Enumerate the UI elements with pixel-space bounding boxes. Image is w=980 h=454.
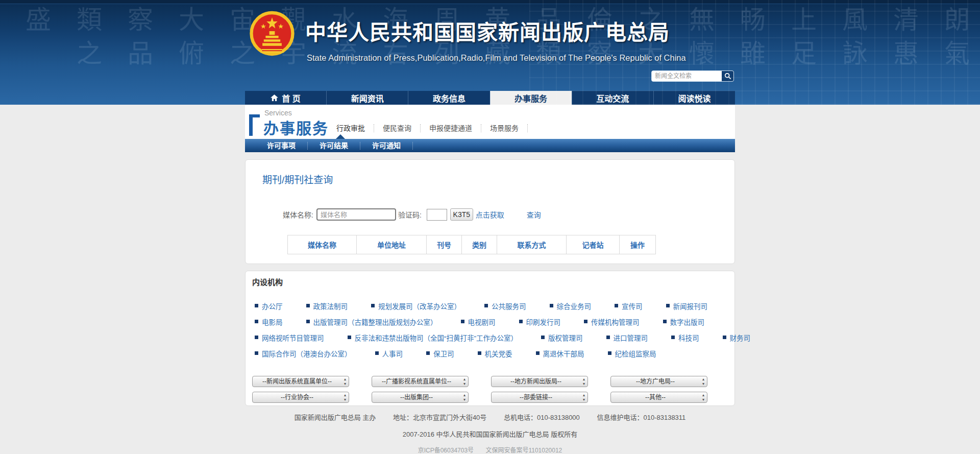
dept-link-label: 数字出版司 <box>670 317 705 327</box>
bullet-icon <box>306 304 310 307</box>
home-icon <box>271 94 278 102</box>
select-wrap: --其他-- <box>610 392 707 403</box>
captcha-code-image[interactable]: K3T5 <box>450 208 473 221</box>
select-wrap: --广播影视系统直属单位-- <box>372 376 469 387</box>
bullet-icon <box>519 320 523 323</box>
dept-link[interactable]: 数字出版司 <box>663 317 705 327</box>
dept-link[interactable]: 科技司 <box>671 332 699 343</box>
dept-link-label: 办公厅 <box>262 301 283 311</box>
dept-link-label: 印刷发行司 <box>526 317 561 327</box>
service-tab-declaration-channel[interactable]: 申报便捷通道 <box>421 124 481 132</box>
search-icon <box>724 73 731 80</box>
nav-item-home[interactable]: 首 页 <box>245 91 326 105</box>
media-name-label: 媒体名称: <box>283 209 313 220</box>
captcha-refresh-link[interactable]: 点击获取 <box>476 209 504 220</box>
dept-link[interactable]: 版权管理司 <box>541 332 583 343</box>
select-publishing-groups[interactable]: --出版集团-- <box>372 392 469 403</box>
dept-link[interactable]: 人事司 <box>375 348 403 359</box>
select-ministry-links[interactable]: --部委链接-- <box>491 392 588 403</box>
journal-query-panel: 期刊/期刊社查询 媒体名称: 验证码: K3T5 点击获取 查询 媒体名称 单位… <box>245 159 735 264</box>
dept-link[interactable]: 印刷发行司 <box>519 317 561 327</box>
services-title: 办事服务 <box>263 116 329 138</box>
service-tab-convenient-query[interactable]: 便民查询 <box>374 124 421 132</box>
query-submit-link[interactable]: 查询 <box>527 209 541 220</box>
departments-panel: 内设机构 办公厅 政策法制司 规划发展司（改革办公室） 公共服务司 综合业务司 … <box>245 271 735 406</box>
nav-item-label: 新闻资讯 <box>351 92 384 104</box>
th-issue-number: 刊号 <box>427 235 462 254</box>
nav-item-label: 办事服务 <box>514 92 547 104</box>
dept-link[interactable]: 办公厅 <box>255 301 283 311</box>
service-tab-scene-service[interactable]: 场景服务 <box>481 124 528 132</box>
dept-link[interactable]: 宣传司 <box>615 301 643 311</box>
nav-item-news[interactable]: 新闻资讯 <box>326 91 408 105</box>
footer-security-record: 文保网安备案号1101020012 <box>485 447 562 454</box>
bullet-icon <box>666 304 670 307</box>
nav-item-label: 阅读悦读 <box>678 92 710 104</box>
dept-link[interactable]: 财务司 <box>723 332 751 343</box>
footer-records-line: 京ICP备06034703号 文保网安备案号1101020012 <box>0 445 980 454</box>
search-button[interactable] <box>722 71 733 81</box>
bullet-icon <box>484 304 488 307</box>
nav-item-label: 政务信息 <box>433 92 465 104</box>
dept-link[interactable]: 网络视听节目管理司 <box>255 332 324 343</box>
dept-link[interactable]: 电视剧司 <box>461 317 496 327</box>
permit-items-link[interactable]: 许可事项 <box>255 142 308 150</box>
select-wrap: --行业协会-- <box>252 392 349 403</box>
nav-item-gov-info[interactable]: 政务信息 <box>408 91 489 105</box>
dept-link[interactable]: 反非法和违禁出版物司（全国“扫黄打非”工作办公室） <box>348 332 518 343</box>
departments-links: 办公厅 政策法制司 规划发展司（改革办公室） 公共服务司 综合业务司 宣传司 新… <box>255 298 774 361</box>
select-local-radio-bureaus[interactable]: --地方广电局-- <box>610 376 707 387</box>
dept-link[interactable]: 公共服务司 <box>484 301 526 311</box>
permit-notices-link[interactable]: 许可通知 <box>360 142 413 150</box>
dept-link[interactable]: 新闻报刊司 <box>666 301 708 311</box>
dept-link[interactable]: 国际合作司（港澳台办公室） <box>255 348 352 359</box>
nav-item-reading[interactable]: 阅读悦读 <box>653 91 735 105</box>
dept-link-label: 公共服务司 <box>492 301 526 311</box>
bullet-icon <box>348 336 351 339</box>
nav-item-services[interactable]: 办事服务 <box>490 91 572 105</box>
th-operation: 操作 <box>620 235 656 254</box>
dept-link[interactable]: 传媒机构管理司 <box>584 317 640 327</box>
captcha-input[interactable] <box>427 209 447 221</box>
media-name-input[interactable] <box>316 208 396 221</box>
bullet-icon <box>584 320 587 323</box>
dept-link[interactable]: 进口管理司 <box>606 332 648 343</box>
dept-link-label: 政策法制司 <box>313 301 348 311</box>
nav-item-label: 首 页 <box>282 92 300 104</box>
search-input[interactable] <box>652 71 722 81</box>
select-industry-associations[interactable]: --行业协会-- <box>252 392 349 403</box>
bullet-icon <box>461 320 464 323</box>
select-press-units[interactable]: --新闻出版系统直属单位-- <box>252 376 349 387</box>
page: 朗氣清惠風詠上足畅雖無懷之大倫察品類黄藏周列海右水流觀宇宙之大俯察品類之盛 <box>0 0 980 454</box>
dept-link-label: 综合业务司 <box>557 301 592 311</box>
select-wrap: --地方新闻出版局-- <box>491 376 588 387</box>
nav-item-label: 互动交流 <box>596 92 629 104</box>
departments-title: 内设机构 <box>252 276 283 287</box>
service-tab-admin-approval[interactable]: 行政审批 <box>328 124 374 132</box>
select-others[interactable]: --其他-- <box>610 392 707 403</box>
link-dropdowns: --新闻出版系统直属单位-- --广播影视系统直属单位-- --地方新闻出版局-… <box>252 376 707 403</box>
dept-link-label: 人事司 <box>382 348 403 359</box>
bullet-icon <box>375 351 379 355</box>
permit-results-link[interactable]: 许可结果 <box>308 142 360 150</box>
dept-link-label: 宣传司 <box>622 301 643 311</box>
dept-link[interactable]: 综合业务司 <box>550 301 592 311</box>
dept-link[interactable]: 规划发展司（改革办公室） <box>371 301 461 311</box>
nav-item-interaction[interactable]: 互动交流 <box>572 91 653 105</box>
dept-link[interactable]: 机关党委 <box>478 348 512 359</box>
dept-link[interactable]: 保卫司 <box>426 348 454 359</box>
select-wrap: --地方广电局-- <box>610 376 707 387</box>
bullet-icon <box>550 304 553 307</box>
dept-link[interactable]: 电影局 <box>255 317 283 327</box>
query-title: 期刊/期刊社查询 <box>262 172 333 186</box>
dept-link[interactable]: 离退休干部局 <box>536 348 584 359</box>
footer-organizer: 国家新闻出版广电总局 主办 <box>295 414 376 421</box>
select-radio-film-units[interactable]: --广播影视系统直属单位-- <box>372 376 469 387</box>
permit-subnav-bar: 许可事项 许可结果 许可通知 <box>245 139 735 152</box>
dept-link[interactable]: 出版管理司（古籍整理出版规划办公室） <box>306 317 437 327</box>
select-local-press-bureaus[interactable]: --地方新闻出版局-- <box>491 376 588 387</box>
dept-link[interactable]: 纪检组监察局 <box>608 348 656 359</box>
dept-link[interactable]: 政策法制司 <box>306 301 348 311</box>
dept-link-label: 科技司 <box>678 332 699 343</box>
dept-row: 电影局 出版管理司（古籍整理出版规划办公室） 电视剧司 印刷发行司 传媒机构管理… <box>255 314 774 329</box>
